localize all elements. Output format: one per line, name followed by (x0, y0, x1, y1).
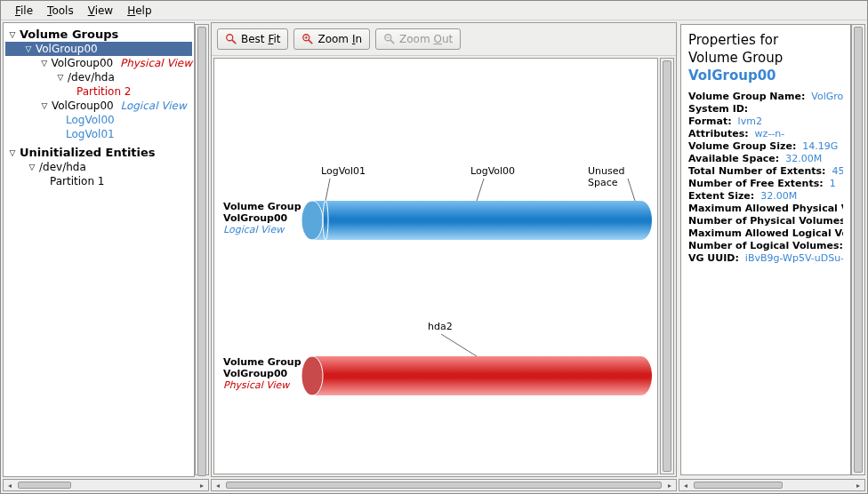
property-row: Number of Free Extents: 1 (688, 178, 843, 189)
best-fit-button[interactable]: Best Fit (217, 28, 288, 50)
property-row: Extent Size: 32.00M (688, 190, 843, 202)
svg-point-19 (301, 356, 323, 395)
menu-file[interactable]: File (8, 3, 40, 19)
property-row: Volume Group Size: 14.19G (688, 140, 843, 152)
tree-item-logvol01[interactable]: LogVol01 (5, 127, 192, 141)
tree-item-dev-hda[interactable]: ▽ /dev/hda (5, 70, 192, 84)
zoom-in-icon (301, 33, 314, 45)
tree-vscrollbar[interactable] (195, 24, 209, 475)
expander-icon[interactable]: ▽ (23, 44, 34, 53)
property-row: Volume Group Name: VolGroup00 (688, 91, 843, 102)
property-value: 32.00M (760, 190, 797, 202)
properties-title: VolGroup00 (688, 68, 843, 84)
property-value: VolGroup00 (811, 91, 843, 102)
cylinder-physical (299, 330, 655, 410)
property-value: 32.00M (785, 153, 822, 164)
tree-area: ▽ Volume Groups ▽ VolGroup00 ▽ VolGroup0… (4, 23, 194, 476)
svg-rect-12 (312, 201, 641, 240)
properties-panel: Properties for Volume Group VolGroup00 V… (679, 22, 865, 477)
zoom-fit-icon (225, 33, 237, 45)
hscroll-row: ◂ ▸ ◂ ▸ ◂ ▸ (1, 479, 867, 493)
zoom-in-button[interactable]: Zoom In (293, 28, 370, 50)
zoom-out-icon (383, 33, 396, 45)
center-panel: Best Fit Zoom In Zoom Out Volume Group V… (211, 22, 677, 477)
property-value: wz--n- (755, 128, 785, 139)
property-label: System ID: (688, 103, 748, 115)
menubar: File Tools View Help (1, 1, 867, 20)
property-row: System ID: (688, 103, 843, 115)
property-row: Maximum Allowed Logical Volumes: (688, 227, 843, 239)
property-label: Available Space: (688, 153, 779, 164)
menu-tools[interactable]: Tools (40, 3, 81, 19)
expander-icon[interactable]: ▽ (55, 73, 66, 82)
svg-line-16 (441, 334, 477, 356)
main-content: ▽ Volume Groups ▽ VolGroup00 ▽ VolGroup0… (1, 20, 867, 479)
property-label: Format: (688, 116, 732, 127)
expander-icon[interactable]: ▽ (7, 148, 18, 157)
property-row: Number of Physical Volumes: 1 (688, 215, 843, 227)
property-value: 454 (832, 165, 843, 177)
expander-icon[interactable]: ▽ (39, 59, 49, 68)
tree-heading-volume-groups[interactable]: ▽ Volume Groups (5, 27, 192, 42)
svg-rect-17 (312, 356, 641, 395)
label-physical-view: Volume Group VolGroup00 Physical View (223, 356, 301, 392)
property-row: Maximum Allowed Physical Volumes: (688, 203, 843, 214)
menu-help[interactable]: Help (120, 3, 158, 19)
svg-point-14 (301, 201, 323, 240)
property-row: Number of Logical Volumes: 2 (688, 240, 843, 251)
tree-heading-uninitialized[interactable]: ▽ Uninitialized Entities (5, 145, 192, 160)
tree-item-dev-hda-uninit[interactable]: ▽ /dev/hda (5, 160, 192, 174)
menu-view[interactable]: View (81, 3, 120, 19)
tree-panel: ▽ Volume Groups ▽ VolGroup00 ▽ VolGroup0… (3, 22, 195, 477)
canvas-vscrollbar[interactable] (660, 58, 674, 474)
canvas-area: Volume Group VolGroup00 Logical View Log… (212, 56, 676, 476)
property-label: Volume Group Name: (688, 91, 805, 102)
svg-line-9 (326, 179, 330, 201)
properties-list: Properties for Volume Group VolGroup00 V… (680, 24, 851, 475)
property-label: Maximum Allowed Logical Volumes: (688, 227, 843, 239)
label-logical-view: Volume Group VolGroup00 Logical View (223, 201, 301, 236)
tree-item-partition2[interactable]: Partition 2 (5, 84, 192, 99)
property-value: 1 (830, 178, 836, 189)
expander-icon[interactable]: ▽ (27, 163, 37, 171)
svg-line-11 (628, 179, 635, 201)
property-label: Attributes: (688, 128, 749, 139)
property-label: VG UUID: (688, 252, 739, 264)
tree-item-logvol00[interactable]: LogVol00 (5, 113, 192, 127)
property-label: Number of Free Extents: (688, 178, 824, 189)
canvas-hscrollbar[interactable]: ◂ ▸ (211, 479, 677, 491)
svg-point-13 (631, 201, 652, 240)
tree-hscrollbar[interactable]: ◂ ▸ (3, 479, 209, 491)
property-label: Extent Size: (688, 190, 754, 202)
toolbar: Best Fit Zoom In Zoom Out (212, 23, 676, 56)
tree-item-vg-physical[interactable]: ▽ VolGroup00 Physical View (5, 56, 192, 70)
tree-item-vg-logical[interactable]: ▽ VolGroup00 Logical View (5, 99, 192, 113)
property-value: iBvB9g-Wp5V-uDSu-oBDE- (745, 252, 843, 264)
cylinder-logical (299, 174, 655, 254)
properties-hscrollbar[interactable]: ◂ ▸ (679, 479, 865, 491)
expander-icon[interactable]: ▽ (39, 101, 50, 110)
expander-icon[interactable]: ▽ (7, 30, 18, 39)
property-row: Format: lvm2 (688, 116, 843, 127)
property-row: Total Number of Extents: 454 (688, 165, 843, 177)
properties-header: Properties for (688, 32, 843, 48)
svg-point-18 (631, 356, 652, 395)
diagram-canvas[interactable]: Volume Group VolGroup00 Logical View Log… (213, 58, 658, 474)
property-label: Number of Physical Volumes: (688, 215, 843, 227)
property-row: VG UUID: iBvB9g-Wp5V-uDSu-oBDE- (688, 252, 843, 264)
properties-vscrollbar[interactable] (851, 24, 865, 475)
property-row: Attributes: wz--n- (688, 128, 843, 139)
svg-line-7 (390, 40, 394, 44)
tree-item-volgroup00[interactable]: ▽ VolGroup00 (5, 42, 192, 56)
property-label: Volume Group Size: (688, 140, 796, 152)
tree-item-partition1[interactable]: Partition 1 (5, 174, 192, 188)
property-row: Available Space: 32.00M (688, 153, 843, 164)
property-value: 14.19G (802, 140, 838, 152)
properties-header-2: Volume Group (688, 50, 843, 66)
property-label: Maximum Allowed Physical Volumes: (688, 203, 843, 214)
svg-line-1 (232, 40, 236, 44)
svg-line-10 (477, 179, 484, 201)
svg-point-0 (227, 35, 233, 41)
svg-line-3 (309, 40, 312, 44)
zoom-out-button[interactable]: Zoom Out (375, 28, 461, 50)
